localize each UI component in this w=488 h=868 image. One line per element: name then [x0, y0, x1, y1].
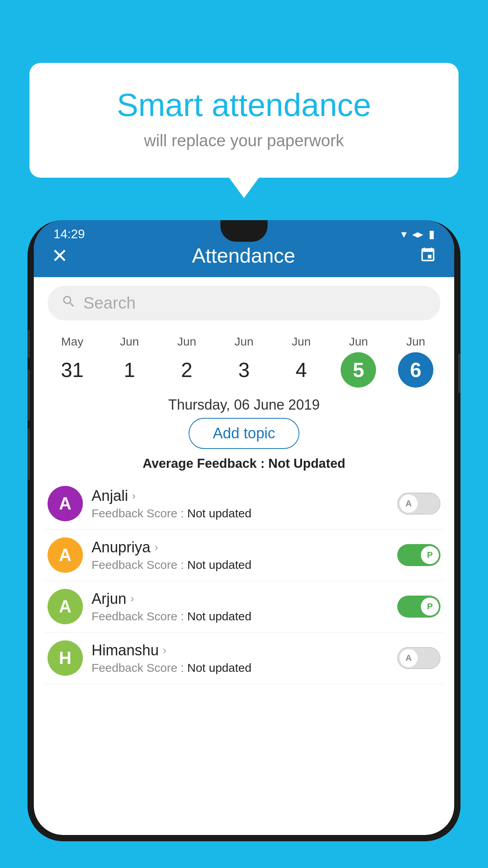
calendar-day[interactable]: Jun4: [284, 335, 319, 388]
status-icons: ▾ ◂▸ ▮: [401, 228, 435, 241]
calendar-day[interactable]: Jun6: [398, 335, 433, 388]
avg-feedback-value: Not Updated: [268, 456, 345, 471]
chevron-icon: ›: [132, 489, 136, 502]
student-name: Himanshu ›: [92, 642, 389, 659]
phone-container: 14:29 ▾ ◂▸ ▮ ✕ Attendance: [28, 220, 460, 868]
phone-frame: 14:29 ▾ ◂▸ ▮ ✕ Attendance: [28, 220, 460, 841]
close-button[interactable]: ✕: [51, 245, 68, 267]
volume-up-button: [28, 370, 30, 421]
search-icon: [61, 294, 76, 313]
calendar-icon[interactable]: [419, 246, 437, 267]
calendar-day[interactable]: Jun3: [226, 335, 262, 388]
wifi-icon: ▾: [401, 228, 407, 241]
feedback-score: Feedback Score : Not updated: [92, 507, 389, 520]
chevron-icon: ›: [163, 644, 166, 657]
notch: [220, 220, 268, 242]
student-item[interactable]: AAnjali ›Feedback Score : Not updatedA: [44, 478, 444, 530]
student-list: AAnjali ›Feedback Score : Not updatedAAA…: [34, 478, 454, 684]
calendar-day[interactable]: Jun2: [169, 335, 204, 388]
attendance-toggle[interactable]: P: [397, 596, 440, 618]
feedback-score: Feedback Score : Not updated: [92, 558, 389, 572]
feedback-score: Feedback Score : Not updated: [92, 610, 389, 623]
search-bar[interactable]: Search: [48, 286, 440, 320]
cal-month-label: Jun: [349, 335, 368, 348]
cal-date-label: 2: [169, 352, 204, 388]
cal-date-label: 6: [398, 352, 433, 388]
average-feedback: Average Feedback : Not Updated: [34, 456, 454, 471]
volume-down-button: [28, 428, 30, 480]
phone-screen: 14:29 ▾ ◂▸ ▮ ✕ Attendance: [34, 220, 454, 835]
avatar: H: [48, 640, 83, 676]
attendance-toggle[interactable]: A: [397, 647, 440, 669]
student-item[interactable]: AAnupriya ›Feedback Score : Not updatedP: [44, 530, 444, 581]
signal-icon: ◂▸: [412, 228, 423, 241]
speech-bubble-title: Smart attendance: [61, 86, 427, 123]
avg-feedback-label: Average Feedback :: [143, 456, 265, 471]
student-name: Anupriya ›: [92, 539, 389, 556]
student-name: Anjali ›: [92, 487, 389, 504]
attendance-toggle[interactable]: A: [397, 493, 440, 515]
chevron-icon: ›: [154, 541, 158, 554]
avatar: A: [48, 589, 83, 624]
student-item[interactable]: HHimanshu ›Feedback Score : Not updatedA: [44, 633, 444, 684]
student-info: Anjali ›Feedback Score : Not updated: [92, 487, 389, 520]
cal-month-label: Jun: [292, 335, 310, 348]
cal-date-label: 3: [226, 352, 262, 388]
battery-icon: ▮: [429, 228, 435, 241]
avatar: A: [48, 537, 83, 573]
search-placeholder: Search: [83, 294, 136, 313]
student-item[interactable]: AArjun ›Feedback Score : Not updatedP: [44, 581, 444, 633]
status-time: 14:29: [53, 227, 85, 241]
cal-date-label: 4: [284, 352, 319, 388]
calendar-day[interactable]: Jun1: [112, 335, 147, 388]
calendar-day[interactable]: May31: [55, 335, 90, 388]
cal-date-label: 1: [112, 352, 147, 388]
power-button: [458, 354, 460, 393]
add-topic-button[interactable]: Add topic: [189, 418, 299, 449]
chevron-icon: ›: [130, 592, 134, 605]
avatar: A: [48, 486, 83, 521]
cal-month-label: Jun: [177, 335, 196, 348]
cal-date-label: 5: [341, 352, 376, 388]
cal-month-label: Jun: [235, 335, 253, 348]
attendance-toggle[interactable]: P: [397, 544, 440, 566]
speech-bubble-subtitle: will replace your paperwork: [61, 131, 427, 150]
feedback-score: Feedback Score : Not updated: [92, 661, 389, 675]
cal-date-label: 31: [55, 352, 90, 388]
cal-month-label: Jun: [406, 335, 425, 348]
cal-month-label: May: [61, 335, 84, 348]
speech-bubble-container: Smart attendance will replace your paper…: [29, 63, 459, 178]
student-name: Arjun ›: [92, 590, 389, 607]
calendar-strip: May31Jun1Jun2Jun3Jun4Jun5Jun6: [34, 329, 454, 390]
speech-bubble: Smart attendance will replace your paper…: [29, 63, 459, 178]
student-info: Himanshu ›Feedback Score : Not updated: [92, 642, 389, 675]
selected-date-label: Thursday, 06 June 2019: [34, 390, 454, 418]
mute-button: [28, 330, 30, 358]
calendar-day[interactable]: Jun5: [341, 335, 376, 388]
student-info: Anupriya ›Feedback Score : Not updated: [92, 539, 389, 572]
cal-month-label: Jun: [120, 335, 139, 348]
student-info: Arjun ›Feedback Score : Not updated: [92, 590, 389, 623]
